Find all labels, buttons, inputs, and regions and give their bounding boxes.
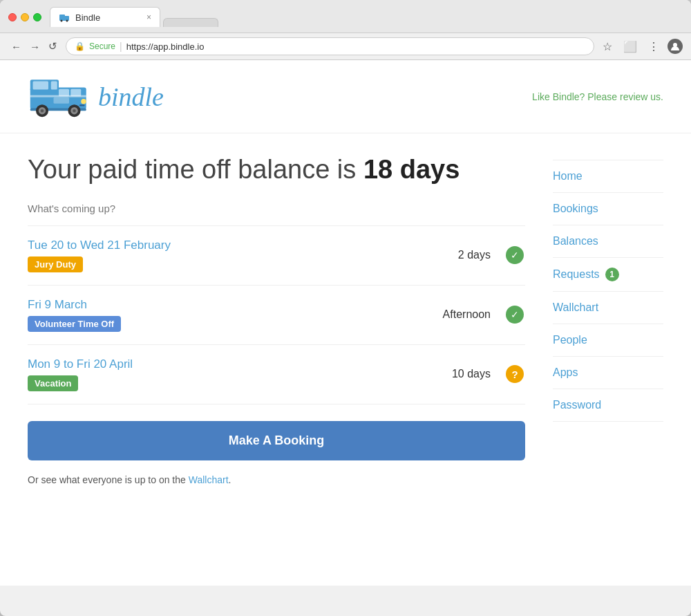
sidebar-nav: Home Bookings Balances Requests 1 Wallch… xyxy=(553,154,663,485)
cast-button[interactable]: ⬜ xyxy=(621,39,640,55)
wallchart-footer-link[interactable]: Wallchart xyxy=(189,474,229,485)
sidebar-item-label: Bookings xyxy=(553,203,598,215)
url-text: https://app.bindle.io xyxy=(126,41,205,52)
sidebar-item-apps[interactable]: Apps xyxy=(553,357,663,389)
booking-duration: 2 days xyxy=(428,249,491,261)
traffic-lights xyxy=(8,13,41,21)
sidebar-item-people[interactable]: People xyxy=(553,324,663,357)
balance-days-value: 18 days xyxy=(363,155,460,184)
new-tab[interactable] xyxy=(163,18,218,27)
svg-rect-1 xyxy=(59,15,65,17)
booking-item: Fri 9 March Volunteer Time Off Afternoon… xyxy=(28,286,525,345)
menu-button[interactable]: ⋮ xyxy=(645,39,662,55)
booking-date: Mon 9 to Fri 20 April xyxy=(28,357,415,371)
svg-point-2 xyxy=(61,20,63,22)
booking-status: ✓ xyxy=(504,246,525,264)
booking-item: Mon 9 to Fri 20 April Vacation 10 days ? xyxy=(28,345,525,404)
main-layout: Your paid time off balance is 18 days Wh… xyxy=(0,133,691,506)
requests-badge: 1 xyxy=(605,268,619,281)
sidebar-item-bookings[interactable]: Bookings xyxy=(553,193,663,225)
make-booking-button[interactable]: Make A Booking xyxy=(28,421,525,460)
approved-status-icon: ✓ xyxy=(506,246,524,264)
svg-rect-20 xyxy=(79,104,85,106)
svg-rect-10 xyxy=(70,89,81,97)
balance-heading: Your paid time off balance is 18 days xyxy=(28,154,525,186)
booking-info: Tue 20 to Wed 21 February Jury Duty xyxy=(28,239,415,272)
booking-duration: 10 days xyxy=(428,368,491,380)
sidebar-item-label: Requests xyxy=(553,268,600,281)
maximize-window-button[interactable] xyxy=(33,13,41,21)
booking-list: Tue 20 to Wed 21 February Jury Duty 2 da… xyxy=(28,225,525,404)
booking-date: Tue 20 to Wed 21 February xyxy=(28,239,415,252)
tab-close-button[interactable]: × xyxy=(146,12,151,22)
svg-point-19 xyxy=(81,99,86,104)
booking-tag: Jury Duty xyxy=(28,256,83,272)
refresh-button[interactable]: ↺ xyxy=(46,39,60,54)
tab-title: Bindle xyxy=(75,12,100,23)
svg-rect-8 xyxy=(51,81,57,89)
page-content: bindle Like Bindle? Please review us. Yo… xyxy=(0,60,691,586)
browser-window: Bindle × ← → ↺ 🔒 Secure | https://app.bi… xyxy=(0,0,691,616)
booking-date: Fri 9 March xyxy=(28,298,415,312)
approved-status-icon: ✓ xyxy=(506,306,524,324)
booking-status: ✓ xyxy=(504,306,525,324)
footer-before-text: Or see what everyone is up to on the xyxy=(28,474,189,485)
sidebar-item-wallchart[interactable]: Wallchart xyxy=(553,292,663,324)
lock-icon: 🔒 xyxy=(75,41,85,51)
secure-label: Secure xyxy=(89,41,115,51)
address-bar-row: ← → ↺ 🔒 Secure | https://app.bindle.io ☆… xyxy=(0,33,691,60)
browser-titlebar: Bindle × xyxy=(0,0,691,33)
sidebar-item-balances[interactable]: Balances xyxy=(553,225,663,258)
pipe-divider: | xyxy=(120,41,122,52)
svg-point-3 xyxy=(66,20,68,22)
svg-rect-7 xyxy=(33,81,49,89)
back-button[interactable]: ← xyxy=(8,39,24,54)
booking-info: Fri 9 March Volunteer Time Off xyxy=(28,298,415,332)
tab-favicon-icon xyxy=(59,12,70,23)
svg-rect-11 xyxy=(30,95,86,97)
booking-info: Mon 9 to Fri 20 April Vacation xyxy=(28,357,415,391)
booking-status: ? xyxy=(504,365,525,383)
sidebar-item-label: People xyxy=(553,334,587,346)
footer-after-text: . xyxy=(229,474,231,485)
sidebar-item-requests[interactable]: Requests 1 xyxy=(553,258,663,292)
sidebar-item-label: Home xyxy=(553,170,583,183)
bookmark-button[interactable]: ☆ xyxy=(600,39,615,55)
pending-status-icon: ? xyxy=(506,365,524,383)
sidebar-item-label: Wallchart xyxy=(553,301,598,314)
minimize-window-button[interactable] xyxy=(21,13,29,21)
main-content-area: Your paid time off balance is 18 days Wh… xyxy=(28,154,525,485)
svg-point-15 xyxy=(41,109,44,113)
site-logo-text: bindle xyxy=(98,82,164,112)
svg-rect-21 xyxy=(54,97,70,104)
sidebar-item-password[interactable]: Password xyxy=(553,389,663,422)
sidebar-item-home[interactable]: Home xyxy=(553,160,663,193)
tab-bar: Bindle × xyxy=(50,7,218,27)
logo-area: bindle xyxy=(28,74,164,119)
address-bar[interactable]: 🔒 Secure | https://app.bindle.io xyxy=(66,37,594,55)
profile-avatar[interactable] xyxy=(668,39,683,54)
sidebar-item-label: Apps xyxy=(553,366,578,379)
sidebar-item-label: Balances xyxy=(553,235,598,248)
nav-buttons: ← → ↺ xyxy=(8,39,60,54)
review-link[interactable]: Like Bindle? Please review us. xyxy=(532,91,663,102)
booking-item: Tue 20 to Wed 21 February Jury Duty 2 da… xyxy=(28,226,525,286)
whats-coming-label: What's coming up? xyxy=(28,203,525,214)
booking-tag: Vacation xyxy=(28,375,78,391)
site-header: bindle Like Bindle? Please review us. xyxy=(0,60,691,133)
close-window-button[interactable] xyxy=(8,13,17,21)
booking-tag: Volunteer Time Off xyxy=(28,316,121,332)
sidebar-item-label: Password xyxy=(553,399,601,411)
balance-intro-text: Your paid time off balance is xyxy=(28,155,363,184)
van-logo-icon xyxy=(28,74,90,119)
browser-controls: Bindle × xyxy=(8,7,683,27)
svg-rect-9 xyxy=(59,89,69,97)
booking-duration: Afternoon xyxy=(428,308,491,321)
footer-text: Or see what everyone is up to on the Wal… xyxy=(28,474,525,485)
forward-button[interactable]: → xyxy=(27,39,43,54)
svg-point-18 xyxy=(73,109,76,113)
active-tab[interactable]: Bindle × xyxy=(50,7,160,27)
